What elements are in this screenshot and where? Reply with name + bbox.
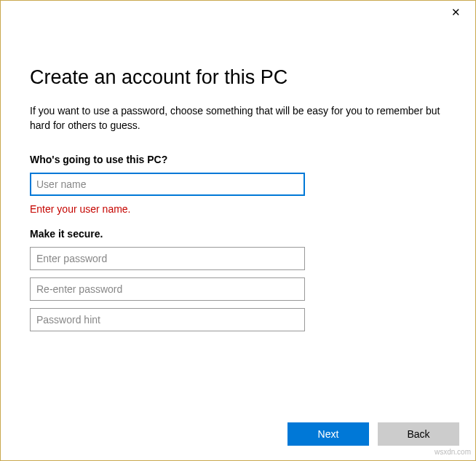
- password-input[interactable]: [30, 247, 305, 270]
- watermark: wsxdn.com: [435, 448, 471, 456]
- dialog-content: Create an account for this PC If you wan…: [1, 23, 475, 331]
- username-input[interactable]: [30, 173, 305, 196]
- page-title: Create an account for this PC: [30, 66, 446, 89]
- password-hint-row: [30, 308, 446, 331]
- back-button[interactable]: Back: [378, 422, 459, 446]
- user-section-label: Who's going to use this PC?: [30, 154, 446, 165]
- reenter-password-input[interactable]: [30, 277, 305, 301]
- close-icon[interactable]: ✕: [445, 4, 467, 20]
- secure-section-label: Make it secure.: [30, 228, 446, 240]
- titlebar: ✕: [1, 1, 475, 23]
- username-row: [30, 173, 446, 196]
- next-button[interactable]: Next: [287, 422, 369, 446]
- password-hint-input[interactable]: [30, 308, 305, 331]
- password-row: [30, 247, 446, 270]
- username-error: Enter your user name.: [30, 203, 446, 215]
- page-description: If you want to use a password, choose so…: [30, 103, 446, 133]
- dialog-footer: Next Back: [287, 422, 459, 446]
- reenter-password-row: [30, 277, 446, 301]
